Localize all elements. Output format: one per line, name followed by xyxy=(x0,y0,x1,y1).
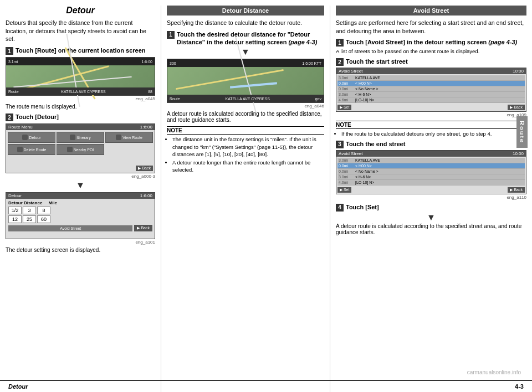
route-menu-screen: Route Menu 1:6:00 Detour Itinerary View … xyxy=(6,123,155,173)
route-menu-time: 1:6:00 xyxy=(140,125,152,130)
avoid-list-1: 3.0miKATELLA AVE 0.0mi< H00 N> 0.0mi< No… xyxy=(337,75,525,103)
step1-block: 1 Touch [Route] on the current location … xyxy=(6,47,155,110)
avoid-item-h6n[interactable]: 3.0mi< H-6 N> xyxy=(337,92,525,97)
mid-step1-title: Touch the desired detour distance for "D… xyxy=(177,30,324,47)
step1-num: 1 xyxy=(6,47,13,55)
middle-intro: Specifying the distance to calculate the… xyxy=(167,19,324,27)
mid-nav-icon: gov xyxy=(315,97,321,101)
mid-route-label: Route xyxy=(170,97,180,101)
itinerary-btn[interactable]: Itinerary xyxy=(57,132,104,143)
detour-content: Detour Distance Mile 1/2 3 8 12 25 60 xyxy=(6,199,155,233)
right-step3-num: 3 xyxy=(336,141,344,148)
right-step3-header: 3 Touch the end street xyxy=(336,140,526,148)
page-title: Detour xyxy=(6,6,155,16)
mid-step1-num: 1 xyxy=(167,31,175,39)
mid-nav-bottom: Route KATELLA AVE CYPRESS gov xyxy=(167,95,324,102)
right-note-text: If the route to be calculated detours on… xyxy=(336,130,526,137)
dist-btn-half[interactable]: 1/2 xyxy=(8,207,22,214)
footer-title: Detour xyxy=(8,383,28,390)
mid-street: KATELLA AVE CYPRESS xyxy=(226,97,270,101)
right-step4-block: 4 Touch [Set] ▼ A detour route is calcul… xyxy=(336,203,526,235)
eng-label-a110: eng_a110 xyxy=(336,195,526,200)
avoid-time-2: 10:00 xyxy=(513,151,524,156)
right-note-title: NOTE xyxy=(336,121,526,129)
avoid-screen-2-container: Avoid Street 10:00 3.0miKATELLA AVE 0.0m… xyxy=(336,150,526,200)
avoid-item-2-katella[interactable]: 3.0miKATELLA AVE xyxy=(337,158,525,163)
mid-nav-screen: 300 1:6:00 KTT Route KATELLA AVE CYPRESS… xyxy=(167,59,324,103)
avoid-item-lo10[interactable]: 4.6mi[LO-10] N> xyxy=(337,97,525,103)
page-footer: Detour 4-3 xyxy=(0,380,532,392)
right-step4-header: 4 Touch [Set] xyxy=(336,203,526,212)
detour-screen-title: Detour 1:6:00 xyxy=(6,193,155,199)
detour-back-btn[interactable]: ▶ Back xyxy=(134,225,152,231)
avoid-back-btn-1[interactable]: ▶ Back xyxy=(508,105,525,110)
right-step2-block: 2 Touch the start street Avoid Street 10… xyxy=(336,58,526,117)
avoid-set-btn-2[interactable]: ▶ Set xyxy=(337,187,351,193)
step1-title: Touch [Route] on the current location sc… xyxy=(16,47,145,54)
detour-distance-header: Detour Distance xyxy=(167,6,324,16)
right-step2-header: 2 Touch the start street xyxy=(336,58,526,66)
nav-dist: 3.1mi xyxy=(8,60,18,64)
mid-nav-dist: 300 xyxy=(170,61,176,65)
detour-dist-label: Detour Distance Mile xyxy=(8,200,152,205)
mid-note-title: NOTE xyxy=(167,126,324,135)
right-step4-num: 4 xyxy=(336,204,344,212)
avoid-item-2-h6n[interactable]: 3.0mi< H-6 N> xyxy=(337,174,525,180)
avoid-item-katella[interactable]: 3.0miKATELLA AVE xyxy=(337,75,525,81)
avoid-item-noname[interactable]: 0.0mi< No Name > xyxy=(337,86,525,92)
right-step1-num: 1 xyxy=(336,39,344,47)
dist-btn-8[interactable]: 8 xyxy=(37,207,50,214)
right-note-list: If the route to be calculated detours on… xyxy=(336,130,526,137)
avoid-title-1: Avoid Street xyxy=(339,69,362,74)
avoid-back-btn-2[interactable]: ▶ Back xyxy=(508,187,525,193)
avoid-screen-title-1: Avoid Street 10:00 xyxy=(336,68,526,74)
route-menu-back[interactable]: ▶ Back xyxy=(136,166,153,171)
watermark: carmanualsonline.info xyxy=(467,369,521,375)
eng-label-2: eng_a000-3 xyxy=(6,174,155,179)
mid-note-item-2: A detour route longer than the entire ro… xyxy=(172,159,324,174)
right-note-block: NOTE If the route to be calculated detou… xyxy=(336,121,526,137)
mid-note-block: NOTE The distance unit in the factory se… xyxy=(167,126,324,173)
nav-screen-bottom: Route KATELLA AVE CYPRESS 88 xyxy=(6,87,155,95)
avoid-dist-1: 3.0mi xyxy=(339,76,355,80)
right-step3-title: Touch the end street xyxy=(346,140,405,148)
avoid-set-btn-1[interactable]: ▶ Set xyxy=(337,105,351,110)
intro-text: Detours that specify the distance from t… xyxy=(6,19,155,43)
delete-route-btn[interactable]: Delete Route xyxy=(8,144,55,155)
detour-screen-label: Detour xyxy=(8,193,22,198)
step4-caption: A detour route is calculated according t… xyxy=(336,223,526,235)
right-step1-block: 1 Touch [Avoid Street] in the detour set… xyxy=(336,38,526,54)
footer-page: 4-3 xyxy=(515,383,524,390)
right-step1-caption: A list of streets to be passed on the cu… xyxy=(336,48,526,54)
step2-header: 2 Touch [Detour] xyxy=(6,113,155,121)
dist-btn-60[interactable]: 60 xyxy=(37,215,50,223)
page-container: Detour Detours that specify the distance… xyxy=(0,0,532,392)
avoid-street-btn[interactable]: Avoid Street xyxy=(8,225,132,231)
eng-label-a109: eng_a109 xyxy=(336,112,526,117)
avoid-item-2-h00n[interactable]: 0.0mi< H00 N> xyxy=(337,163,525,169)
avoid-screen-1: Avoid Street 10:00 3.0miKATELLA AVE 0.0m… xyxy=(336,68,526,112)
nav-map xyxy=(6,65,155,89)
detour-setting-screen: Detour 1:6:00 Detour Distance Mile 1/2 3… xyxy=(6,192,155,239)
route-menu-title: Route Menu 1:6:00 xyxy=(6,124,155,130)
detour-btn[interactable]: Detour xyxy=(8,132,55,143)
dist-btn-12[interactable]: 12 xyxy=(8,215,22,223)
nearby-poi-btn[interactable]: Nearby POI xyxy=(57,144,104,155)
avoid-item-h00n[interactable]: 0.0mi< H00 N> xyxy=(337,81,525,86)
view-route-btn[interactable]: View Route xyxy=(105,132,153,143)
col-left: Detour Detours that specify the distance… xyxy=(6,6,161,392)
eng-label-3: eng_a101 xyxy=(6,240,155,245)
avoid-item-2-lo10[interactable]: 4.6mi[LO-10] N> xyxy=(337,180,525,185)
detour-screen-time: 1:6:00 xyxy=(140,193,152,198)
route-tab: Route xyxy=(516,116,528,148)
arrow-down-mid: ▼ xyxy=(167,48,324,56)
dist-btn-3[interactable]: 3 xyxy=(23,207,36,214)
eng-label-mid: eng_a046 xyxy=(167,104,324,109)
right-intro: Settings are performed here for selectin… xyxy=(336,19,526,35)
avoid-item-2-noname[interactable]: 0.0mi< No Name > xyxy=(337,169,525,174)
dist-btn-25[interactable]: 25 xyxy=(23,215,36,223)
mid-nav-top: 300 1:6:00 KTT xyxy=(167,59,324,67)
nav-time: 1:6:00 xyxy=(142,60,152,64)
step1-caption: The route menu is displayed. xyxy=(6,104,155,110)
step2-block: 2 Touch [Detour] Route Menu 1:6:00 Detou… xyxy=(6,113,155,253)
